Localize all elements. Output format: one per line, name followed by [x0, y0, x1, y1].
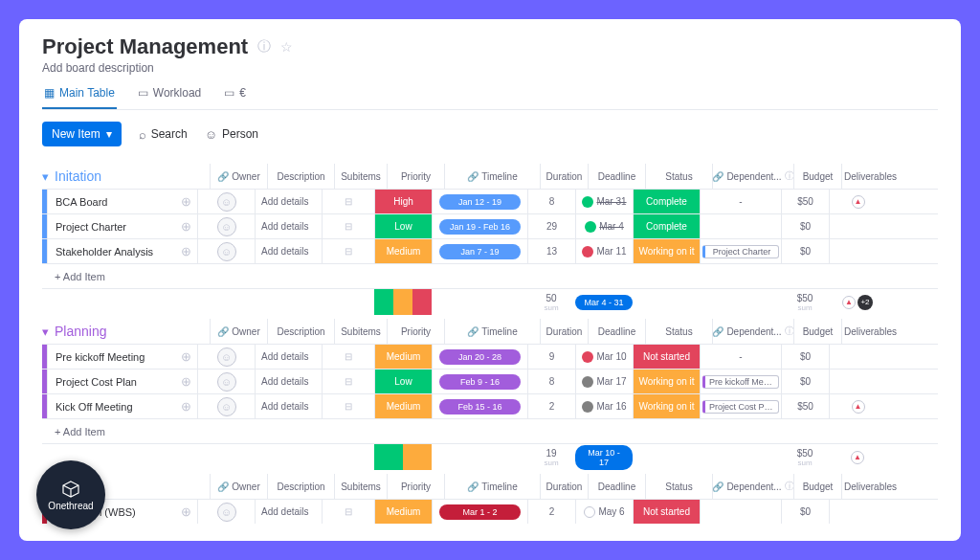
item-name[interactable]: Project Charter⊕ — [47, 214, 197, 238]
priority-cell[interactable]: High — [374, 190, 432, 213]
tab-€[interactable]: ▭€ — [222, 86, 248, 109]
timeline-cell[interactable]: Jan 19 - Feb 16 — [432, 214, 527, 238]
duration-cell[interactable]: 2 — [527, 500, 575, 524]
expand-icon[interactable]: ⊕ — [181, 194, 191, 209]
timeline-cell[interactable]: Mar 1 - 2 — [432, 500, 527, 524]
duration-cell[interactable]: 8 — [527, 190, 575, 213]
more-badge[interactable]: +2 — [858, 295, 873, 310]
subitems-cell[interactable]: ⊟ — [322, 500, 374, 524]
expand-icon[interactable]: ⊕ — [181, 374, 191, 389]
table-row[interactable]: BCA Board⊕ ☺ Add details ⊟ High Jan 12 -… — [42, 189, 938, 213]
item-name[interactable]: Pre kickoff Meeting⊕ — [47, 345, 197, 369]
description-cell[interactable]: Add details — [255, 214, 322, 238]
col-status[interactable]: Status — [645, 319, 712, 344]
new-item-button[interactable]: New Item ▾ — [42, 122, 122, 146]
dependent-cell[interactable]: Project Charter — [700, 239, 781, 263]
deadline-cell[interactable]: Mar 4 — [575, 214, 633, 238]
dependency-pill[interactable]: Pre kickoff Mee... — [702, 375, 779, 389]
deadline-cell[interactable]: Mar 17 — [575, 370, 633, 393]
deliverable-dot[interactable]: ▲ — [852, 400, 865, 414]
summary-deliverables[interactable]: ▲ +2 — [829, 289, 886, 315]
status-cell[interactable]: Working on it — [633, 370, 700, 393]
avatar-icon[interactable]: ☺ — [217, 217, 236, 236]
col-description[interactable]: Description — [267, 164, 334, 189]
item-name[interactable]: Kick Off Meeting⊕ — [47, 394, 197, 418]
collapse-icon[interactable]: ▾ — [42, 169, 49, 184]
deliverable-dot[interactable]: ▲ — [852, 195, 865, 209]
budget-cell[interactable]: $0 — [781, 214, 829, 238]
deliverables-cell[interactable] — [829, 370, 886, 393]
priority-cell[interactable]: Low — [374, 370, 432, 393]
priority-cell[interactable]: Medium — [374, 500, 432, 524]
tab-main-table[interactable]: ▦Main Table — [42, 86, 117, 109]
owner-cell[interactable]: ☺ — [197, 190, 255, 213]
expand-icon[interactable]: ⊕ — [181, 349, 191, 364]
priority-cell[interactable]: Medium — [374, 239, 432, 263]
status-cell[interactable]: Working on it — [633, 394, 700, 418]
description-cell[interactable]: Add details — [255, 370, 322, 393]
deadline-cell[interactable]: Mar 31 — [575, 190, 633, 213]
priority-cell[interactable]: Medium — [374, 345, 432, 369]
owner-cell[interactable]: ☺ — [197, 370, 255, 393]
table-row[interactable]: Kick Off Meeting⊕ ☺ Add details ⊟ Medium… — [42, 393, 938, 418]
expand-icon[interactable]: ⊕ — [181, 219, 191, 234]
avatar-icon[interactable]: ☺ — [217, 347, 236, 367]
dependent-cell[interactable]: Pre kickoff Mee... — [700, 370, 781, 393]
owner-cell[interactable]: ☺ — [197, 394, 255, 418]
status-cell[interactable]: Not started — [633, 500, 700, 524]
owner-cell[interactable]: ☺ — [197, 214, 255, 238]
avatar-icon[interactable]: ☺ — [217, 192, 236, 212]
col-duration[interactable]: Duration — [540, 164, 588, 189]
col-deadline[interactable]: Deadline — [588, 474, 645, 499]
col-deliverables[interactable]: Deliverables — [841, 319, 899, 344]
col-status[interactable]: Status — [645, 474, 712, 499]
col-deliverables[interactable]: Deliverables — [841, 474, 899, 499]
dependent-cell[interactable]: - — [700, 190, 781, 213]
person-filter-button[interactable]: ☺ Person — [205, 127, 258, 142]
duration-cell[interactable]: 29 — [527, 214, 575, 238]
col-timeline[interactable]: 🔗Timeline — [444, 319, 540, 344]
description-cell[interactable]: Add details — [255, 239, 322, 263]
budget-cell[interactable]: $0 — [781, 345, 829, 369]
timeline-cell[interactable]: Jan 7 - 19 — [432, 239, 527, 263]
dependency-pill[interactable]: Project Cost Plan — [702, 400, 779, 414]
item-name[interactable]: BCA Board⊕ — [47, 190, 197, 213]
table-row[interactable]: Project Cost Plan⊕ ☺ Add details ⊟ Low F… — [42, 369, 938, 393]
deliverables-cell[interactable] — [829, 239, 886, 263]
dependent-cell[interactable]: Project Cost Plan — [700, 394, 781, 418]
col-timeline[interactable]: 🔗Timeline — [444, 164, 540, 189]
deliverables-cell[interactable] — [829, 345, 886, 369]
deliverables-cell[interactable]: ▲ — [829, 394, 886, 418]
add-item-row[interactable]: + Add Item — [42, 263, 938, 288]
col-owner[interactable]: 🔗Owner — [210, 319, 267, 344]
duration-cell[interactable]: 8 — [527, 370, 575, 393]
deliverable-dot[interactable]: ▲ — [851, 451, 864, 464]
col-priority[interactable]: Priority — [387, 319, 444, 344]
avatar-icon[interactable]: ☺ — [217, 503, 236, 522]
deliverables-cell[interactable]: ▲ — [829, 190, 886, 213]
board-description[interactable]: Add board description — [42, 61, 938, 75]
dependency-pill[interactable]: Project Charter — [702, 245, 779, 258]
budget-cell[interactable]: $50 — [781, 394, 829, 418]
duration-cell[interactable]: 9 — [527, 345, 575, 369]
budget-cell[interactable]: $0 — [781, 500, 829, 524]
subitems-cell[interactable]: ⊟ — [322, 394, 374, 418]
duration-cell[interactable]: 13 — [527, 239, 575, 263]
timeline-cell[interactable]: Jan 20 - 28 — [432, 345, 527, 369]
status-cell[interactable]: Not started — [633, 345, 700, 369]
col-deliverables[interactable]: Deliverables — [841, 164, 899, 189]
col-priority[interactable]: Priority — [387, 164, 444, 189]
col-dependent[interactable]: 🔗Dependent...ⓘ — [712, 164, 793, 189]
col-budget[interactable]: Budget — [793, 319, 841, 344]
summary-deadline[interactable]: Mar 4 - 31 — [575, 289, 633, 315]
deliverable-dot[interactable]: ▲ — [842, 296, 856, 309]
budget-cell[interactable]: $50 — [781, 190, 829, 213]
col-deadline[interactable]: Deadline — [588, 164, 645, 189]
description-cell[interactable]: Add details — [255, 190, 322, 213]
budget-cell[interactable]: $0 — [781, 370, 829, 393]
description-cell[interactable]: Add details — [255, 500, 322, 524]
col-subitems[interactable]: Subitems — [334, 474, 387, 499]
col-dependent[interactable]: 🔗Dependent...ⓘ — [712, 319, 793, 344]
expand-icon[interactable]: ⊕ — [181, 244, 191, 258]
priority-cell[interactable]: Low — [374, 214, 432, 238]
